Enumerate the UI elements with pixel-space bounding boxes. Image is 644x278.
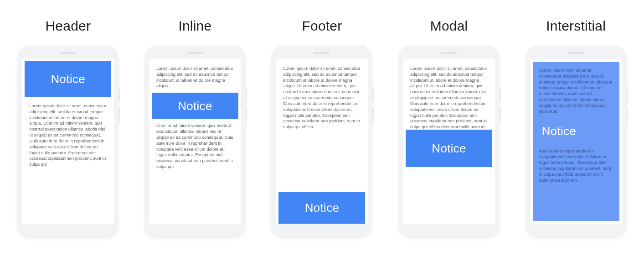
phone-mockup: Notice Lorem ipsum dolor sit amet, conse… <box>17 46 118 237</box>
variant-footer: Footer Lorem ipsum dolor sit amet, conse… <box>263 18 381 237</box>
body-text: Lorem ipsum dolor sit amet, consectetur … <box>276 59 368 192</box>
body-text-bottom: Ut enim ad minim veniam, quis nostrud ex… <box>149 119 241 224</box>
variant-title: Footer <box>302 18 342 34</box>
phone-mockup: Lorem ipsum dolor sit amet, consectetur … <box>144 46 246 237</box>
phone-screen: Lorem ipsum dolor sit amet, consectetur … <box>149 59 241 224</box>
notice-label: Notice <box>533 121 619 142</box>
notice-modal: Notice <box>406 130 492 167</box>
variant-title: Modal <box>430 18 468 34</box>
notice-banner: Notice <box>25 61 111 97</box>
phone-screen: Lorem ipsum dolor sit amet, consectetur … <box>276 59 368 224</box>
phone-mockup: Lorem ipsum dolor sit amet, consectetur … <box>526 46 627 237</box>
phone-mockup: Lorem ipsum dolor sit amet, consectetur … <box>271 46 372 237</box>
variant-title: Inline <box>178 18 211 34</box>
variant-title: Interstitial <box>546 18 606 34</box>
variant-interstitial: Interstitial Lorem ipsum dolor sit amet,… <box>517 18 635 237</box>
phone-screen: Lorem ipsum dolor sit amet, consectetur … <box>530 59 622 224</box>
body-text: Lorem ipsum dolor sit amet, consectetur … <box>22 97 114 224</box>
variant-title: Header <box>46 18 91 34</box>
variant-header: Header Notice Lorem ipsum dolor sit amet… <box>9 18 127 237</box>
overlay-text-top: Lorem ipsum dolor sit amet, consectetur … <box>533 62 619 120</box>
phone-screen: Lorem ipsum dolor sit amet, consectetur … <box>403 59 495 224</box>
body-text-top: Lorem ipsum dolor sit amet, consectetur … <box>149 59 241 93</box>
variant-inline: Inline Lorem ipsum dolor sit amet, conse… <box>136 18 254 237</box>
overlay-text-bottom: irure dolor in reprehenderit in voluptat… <box>533 143 619 189</box>
variants-row: Header Notice Lorem ipsum dolor sit amet… <box>9 18 635 237</box>
variant-modal: Modal Lorem ipsum dolor sit amet, consec… <box>390 18 508 237</box>
notice-banner: Notice <box>278 192 365 224</box>
phone-screen: Notice Lorem ipsum dolor sit amet, conse… <box>22 59 114 224</box>
interstitial-overlay: Lorem ipsum dolor sit amet, consectetur … <box>533 62 619 221</box>
phone-mockup: Lorem ipsum dolor sit amet, consectetur … <box>398 46 500 237</box>
notice-banner: Notice <box>152 93 238 119</box>
